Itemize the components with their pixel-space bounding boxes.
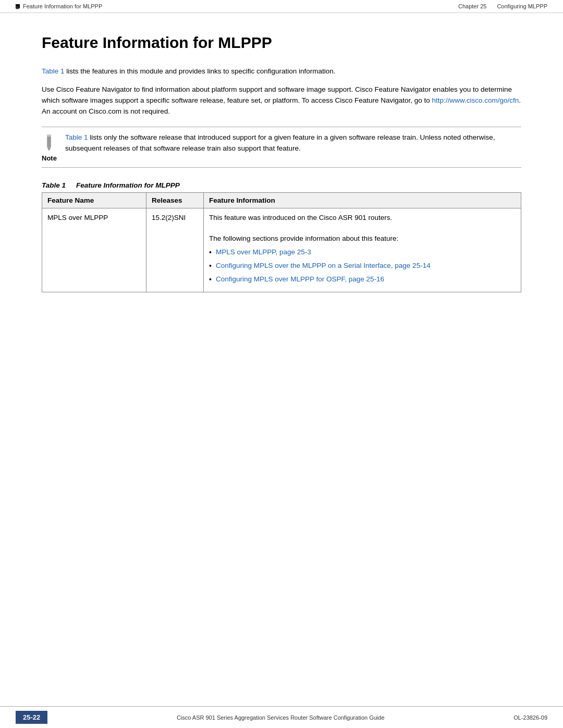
header-bullet-icon: ■: [16, 4, 20, 8]
cell-feature-name: MPLS over MLPPP: [42, 208, 146, 292]
header-section-label: Feature Information for MLPPP: [23, 3, 102, 9]
footer-page-number: 25-22: [16, 711, 47, 724]
header-chapter: Chapter 25: [458, 3, 486, 9]
feature-info-bullets: MPLS over MLPPP, page 25-3 Configuring M…: [209, 247, 516, 285]
table-caption-title: Feature Information for MLPPP: [76, 181, 180, 189]
note-text: Table 1 lists only the software release …: [65, 132, 521, 154]
col-header-feature-name: Feature Name: [42, 192, 146, 208]
page-title: Feature Information for MLPPP: [42, 34, 521, 52]
cell-releases: 15.2(2)SNI: [146, 208, 204, 292]
pencil-icon: [42, 133, 56, 152]
svg-marker-1: [47, 147, 52, 151]
table-caption-row: Table 1 Feature Information for MLPPP: [42, 181, 521, 189]
table-row: MPLS over MLPPP 15.2(2)SNI This feature …: [42, 208, 521, 292]
page-wrapper: ■ Feature Information for MLPPP Chapter …: [0, 0, 563, 728]
col-header-releases: Releases: [146, 192, 204, 208]
svg-rect-2: [47, 134, 52, 137]
header-right: Chapter 25 Configuring MLPPP: [458, 3, 547, 9]
cell-feature-info: This feature was introduced on the Cisco…: [204, 208, 521, 292]
note-text-content: lists only the software release that int…: [65, 133, 495, 152]
table1-link-note[interactable]: Table 1: [65, 133, 88, 141]
bullet-link-3[interactable]: Configuring MPLS over MLPPP for OSPF, pa…: [216, 274, 384, 285]
feature-info-subtext: The following sections provide informati…: [209, 235, 398, 242]
col-header-feature-info: Feature Information: [204, 192, 521, 208]
footer-center-text: Cisco ASR 901 Series Aggregation Service…: [177, 714, 385, 721]
feature-info-intro: This feature was introduced on the Cisco…: [209, 214, 392, 221]
note-label: Note: [42, 154, 57, 162]
intro-paragraph: Table 1 lists the features in this modul…: [42, 66, 521, 77]
intro-text: lists the features in this module and pr…: [66, 67, 335, 75]
header-section: Configuring MLPPP: [497, 3, 547, 9]
footer: 25-22 Cisco ASR 901 Series Aggregation S…: [0, 706, 563, 728]
table1-link-intro[interactable]: Table 1: [42, 67, 65, 75]
header-left: ■ Feature Information for MLPPP: [16, 3, 102, 9]
footer-right-text: OL-23826-09: [513, 714, 547, 721]
table-caption-label: Table 1: [42, 181, 66, 189]
body-paragraph: Use Cisco Feature Navigator to find info…: [42, 84, 521, 117]
list-item: MPLS over MLPPP, page 25-3: [209, 247, 516, 258]
main-content: Feature Information for MLPPP Table 1 li…: [0, 13, 563, 706]
note-icon-container: Note: [42, 132, 57, 162]
list-item: Configuring MPLS over the MLPPP on a Ser…: [209, 261, 516, 272]
list-item: Configuring MPLS over MLPPP for OSPF, pa…: [209, 274, 516, 285]
note-box: Note Table 1 lists only the software rel…: [42, 127, 521, 168]
table-header-row: Feature Name Releases Feature Informatio…: [42, 192, 521, 208]
cfn-link[interactable]: http://www.cisco.com/go/cfn: [432, 96, 519, 104]
header-bar: ■ Feature Information for MLPPP Chapter …: [0, 0, 563, 13]
bullet-link-1[interactable]: MPLS over MLPPP, page 25-3: [216, 247, 311, 257]
bullet-link-2[interactable]: Configuring MPLS over the MLPPP on a Ser…: [216, 261, 431, 271]
feature-table: Feature Name Releases Feature Informatio…: [42, 192, 521, 293]
